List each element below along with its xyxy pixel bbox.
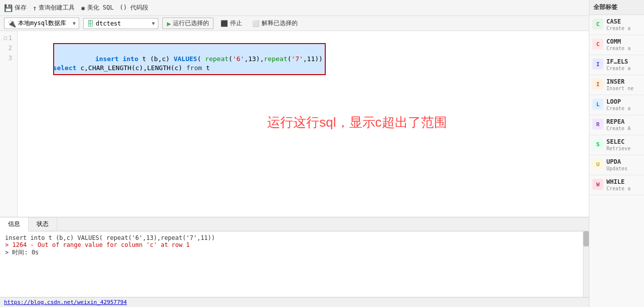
loop-title: LOOP (606, 98, 630, 105)
status-bar: https://blog.csdn.net/weixin_42957794 (0, 297, 589, 307)
line-number-3: 3 (0, 53, 14, 63)
sidebar-item-case[interactable]: C CASE Create a (589, 15, 644, 35)
sidebar-item-update[interactable]: U UPDA Updates (589, 155, 644, 175)
db-name-label: dtctest (96, 20, 121, 27)
tab-status[interactable]: 状态 (29, 217, 57, 231)
update-icon: U (592, 159, 603, 170)
loop-icon: L (592, 99, 603, 110)
sidebar-item-loop[interactable]: L LOOP Create a (589, 95, 644, 115)
run-selected-button[interactable]: ▶ 运行已选择的 (162, 18, 213, 29)
toolbar: 💾 保存 ↑ 查询创建工具 ✱ 美化 SQL () 代码段 (0, 0, 589, 16)
while-desc: Create a (606, 185, 630, 192)
sidebar-item-ifelse[interactable]: I IF…ELS Create a (589, 55, 644, 75)
db-name-selector[interactable]: 🗄 dtctest ▼ (83, 18, 158, 29)
update-title: UPDA (606, 158, 627, 165)
right-sidebar: 全部标签 C CASE Create a C COMM Create a I I… (589, 0, 644, 307)
status-url[interactable]: https://blog.csdn.net/weixin_42957794 (4, 299, 127, 305)
local-db-label: 本地mysql数据库 (18, 19, 66, 28)
bottom-scrollbar[interactable] (583, 231, 589, 297)
insert-desc: Insert ne (606, 85, 633, 92)
ifelse-title: IF…ELS (606, 58, 630, 65)
select-icon: S (592, 139, 603, 150)
repeat-title: REPEA (606, 118, 630, 125)
save-label: 保存 (15, 4, 27, 12)
tab-info[interactable]: 信息 (0, 217, 29, 231)
query-tool-label: 查询创建工具 (39, 4, 75, 12)
run-selected-label: 运行已选择的 (173, 19, 209, 28)
editor-area[interactable]: □ 1 2 3 insert into t (b,c) VALUES( repe… (0, 31, 589, 217)
comm-icon: C (592, 39, 603, 50)
bottom-line-1: insert into t (b,c) VALUES( repeat('6',1… (5, 234, 584, 241)
bottom-panel: 信息 状态 insert into t (b,c) VALUES( repeat… (0, 217, 589, 297)
main-area: 💾 保存 ↑ 查询创建工具 ✱ 美化 SQL () 代码段 🔌 本地mysql数… (0, 0, 589, 307)
beautify-label: 美化 SQL (87, 4, 114, 12)
case-icon: C (592, 19, 603, 30)
comm-title: COMM (606, 38, 630, 45)
bottom-tabs: 信息 状态 (0, 217, 589, 231)
query-tool-icon: ↑ (33, 4, 37, 12)
sidebar-item-comm[interactable]: C COMM Create a (589, 35, 644, 55)
code-snippet-label: () 代码段 (120, 4, 149, 12)
line-numbers: □ 1 2 3 (0, 31, 18, 217)
local-db-selector[interactable]: 🔌 本地mysql数据库 ▼ (4, 18, 79, 29)
db-name-arrow: ▼ (152, 21, 155, 26)
explain-button[interactable]: ⬜ 解释已选择的 (249, 18, 301, 29)
case-title: CASE (606, 18, 630, 25)
stop-button[interactable]: ⬛ 停止 (218, 18, 245, 29)
update-desc: Updates (606, 165, 627, 172)
sidebar-item-repeat[interactable]: R REPEA Create A (589, 115, 644, 135)
code-snippet-button[interactable]: () 代码段 (120, 4, 149, 12)
line-number-1: □ 1 (0, 33, 14, 43)
db-name-icon: 🗄 (87, 20, 94, 28)
stop-label: 停止 (230, 19, 242, 28)
sidebar-item-while[interactable]: W WHILE Create a (589, 175, 644, 195)
code-line-1: insert into t (b,c) VALUES( repeat('6',1… (22, 33, 585, 43)
insert-title: INSER (606, 78, 633, 85)
code-content[interactable]: insert into t (b,c) VALUES( repeat('6',1… (18, 31, 589, 217)
sidebar-item-insert[interactable]: I INSER Insert ne (589, 75, 644, 95)
while-icon: W (592, 179, 603, 190)
insert-icon: I (592, 79, 603, 90)
beautify-icon: ✱ (81, 4, 85, 12)
stop-icon: ⬛ (221, 20, 228, 27)
beautify-button[interactable]: ✱ 美化 SQL (81, 4, 113, 12)
ifelse-icon: I (592, 59, 603, 70)
annotation-text: 运行这行sql，显示c超出了范围 (267, 114, 447, 131)
while-title: WHILE (606, 178, 630, 185)
local-db-arrow: ▼ (73, 21, 76, 26)
bottom-line-3: > 时间: 0s (5, 248, 584, 257)
local-db-icon: 🔌 (8, 20, 16, 28)
select-title: SELEC (606, 138, 630, 145)
case-desc: Create a (606, 25, 630, 32)
sidebar-header: 全部标签 (589, 0, 644, 15)
sidebar-item-select[interactable]: S SELEC Retrieve (589, 135, 644, 155)
save-icon: 💾 (4, 4, 13, 12)
scroll-thumb[interactable] (583, 231, 589, 246)
line-number-2: 2 (0, 43, 14, 53)
bottom-content: insert into t (b,c) VALUES( repeat('6',1… (0, 231, 589, 297)
select-desc: Retrieve (606, 145, 630, 152)
comm-desc: Create a (606, 45, 630, 52)
query-tool-button[interactable]: ↑ 查询创建工具 (33, 4, 75, 12)
collapse-1[interactable]: □ (4, 33, 7, 43)
repeat-icon: R (592, 119, 603, 130)
loop-desc: Create a (606, 105, 630, 112)
sidebar-items-list: C CASE Create a C COMM Create a I IF…ELS… (589, 15, 644, 307)
run-icon: ▶ (167, 20, 171, 28)
bottom-line-2: > 1264 - Out of range value for column '… (5, 241, 584, 248)
ifelse-desc: Create a (606, 65, 630, 72)
explain-label: 解释已选择的 (262, 19, 298, 28)
explain-icon: ⬜ (252, 20, 260, 27)
save-button[interactable]: 💾 保存 (4, 4, 27, 12)
db-bar: 🔌 本地mysql数据库 ▼ 🗄 dtctest ▼ ▶ 运行已选择的 ⬛ 停止… (0, 16, 589, 31)
repeat-desc: Create A (606, 125, 630, 132)
